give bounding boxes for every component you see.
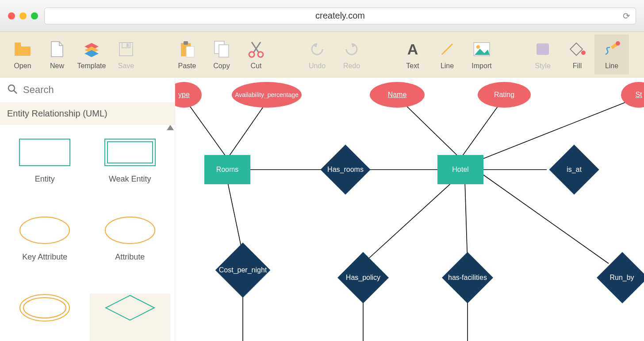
- svg-point-23: [20, 217, 69, 244]
- multivalued-attribute-shape-icon: [19, 294, 71, 322]
- open-label: Open: [14, 62, 31, 70]
- search-icon: [7, 84, 18, 96]
- address-bar[interactable]: creately.com ⟳: [44, 8, 636, 24]
- template-label: Template: [77, 62, 106, 70]
- shape-palette: Entity Weak Entity Key Attribute Attribu…: [0, 125, 175, 341]
- relationship-has-facilities[interactable]: has-facilities: [428, 257, 507, 298]
- svg-rect-6: [186, 46, 194, 57]
- shape-entity[interactable]: Entity: [4, 138, 85, 203]
- undo-button[interactable]: Undo: [300, 35, 334, 74]
- svg-point-16: [581, 50, 586, 55]
- line-style-label: Line: [605, 62, 618, 70]
- svg-rect-1: [119, 43, 133, 56]
- shape-relationship[interactable]: [90, 294, 171, 341]
- svg-point-18: [8, 85, 15, 91]
- search-row: [0, 78, 175, 102]
- sidebar: Entity Relationship (UML) Entity Weak En…: [0, 78, 175, 341]
- undo-label: Undo: [309, 62, 326, 70]
- scroll-up-icon[interactable]: [167, 125, 174, 130]
- svg-rect-22: [107, 142, 153, 163]
- entity-rooms[interactable]: Rooms: [204, 155, 250, 184]
- attribute-shape-icon: [104, 216, 156, 244]
- import-label: Import: [472, 62, 491, 70]
- fill-label: Fill: [573, 62, 582, 70]
- entity-hotel[interactable]: Hotel: [437, 155, 483, 184]
- attribute-rating[interactable]: Rating: [478, 82, 531, 108]
- cut-button[interactable]: Cut: [239, 35, 273, 74]
- line-tool-button[interactable]: Line: [430, 35, 464, 74]
- save-button[interactable]: Save: [109, 35, 143, 74]
- line-style-button[interactable]: Line: [594, 35, 629, 74]
- svg-point-9: [249, 52, 254, 57]
- paste-icon: [179, 39, 195, 59]
- shape-multivalued-attribute[interactable]: [4, 294, 85, 341]
- maximize-window-button[interactable]: [31, 12, 38, 19]
- copy-icon: [214, 39, 230, 59]
- svg-text:A: A: [407, 41, 418, 57]
- relationship-run-by[interactable]: Run_by: [586, 257, 644, 298]
- template-button[interactable]: Template: [74, 35, 109, 74]
- shape-label: Attribute: [115, 252, 145, 262]
- relationship-is-at[interactable]: is_at: [538, 150, 610, 189]
- shape-label: Entity: [35, 174, 55, 184]
- svg-rect-3: [126, 43, 129, 47]
- relationship-cost-per-night[interactable]: Cost_per_night: [199, 248, 286, 292]
- import-icon: [473, 39, 491, 59]
- svg-line-37: [465, 181, 468, 264]
- shape-key-attribute[interactable]: Key Attribute: [4, 216, 85, 281]
- undo-icon: [309, 39, 325, 59]
- svg-line-30: [227, 181, 243, 255]
- window-controls: [8, 12, 38, 19]
- paste-button[interactable]: Paste: [170, 35, 204, 74]
- browser-chrome: creately.com ⟳: [0, 0, 644, 32]
- line-tool-label: Line: [441, 62, 454, 70]
- connector-lines: [175, 78, 644, 341]
- save-icon: [119, 39, 134, 59]
- import-button[interactable]: Import: [464, 35, 499, 74]
- shape-label: Key Attribute: [22, 252, 67, 262]
- redo-label: Redo: [343, 62, 360, 70]
- main-area: Entity Relationship (UML) Entity Weak En…: [0, 78, 644, 341]
- svg-rect-20: [19, 139, 70, 166]
- folder-icon: [14, 39, 31, 59]
- save-label: Save: [118, 62, 134, 70]
- cut-label: Cut: [251, 62, 262, 70]
- search-input[interactable]: [23, 84, 168, 96]
- svg-line-36: [363, 181, 454, 264]
- minimize-window-button[interactable]: [19, 12, 27, 19]
- pencil-icon: [603, 39, 621, 59]
- new-button[interactable]: New: [40, 35, 74, 74]
- toolbar: Open New Template Save Paste: [0, 32, 644, 78]
- copy-button[interactable]: Copy: [204, 35, 239, 74]
- text-label: Text: [406, 62, 419, 70]
- copy-label: Copy: [213, 62, 230, 70]
- svg-line-12: [442, 44, 452, 54]
- fill-button[interactable]: Fill: [560, 35, 594, 74]
- shape-section-title[interactable]: Entity Relationship (UML): [0, 102, 175, 125]
- svg-point-24: [105, 217, 155, 244]
- text-icon: A: [405, 39, 420, 59]
- svg-line-28: [227, 102, 267, 159]
- text-tool-button[interactable]: A Text: [395, 35, 430, 74]
- shape-attribute[interactable]: Attribute: [90, 216, 171, 281]
- style-button[interactable]: Style: [525, 35, 560, 74]
- reload-icon[interactable]: ⟳: [623, 11, 630, 21]
- shape-weak-entity[interactable]: Weak Entity: [90, 138, 171, 203]
- fill-icon: [568, 39, 586, 59]
- diagram-canvas[interactable]: ype Availability_percentage Name Rating …: [175, 78, 644, 341]
- open-button[interactable]: Open: [5, 35, 40, 74]
- shape-label: Weak Entity: [109, 174, 151, 184]
- svg-rect-0: [15, 43, 21, 46]
- relationship-has-policy[interactable]: Has_policy: [325, 257, 402, 298]
- attribute-name[interactable]: Name: [370, 82, 425, 108]
- close-window-button[interactable]: [8, 12, 15, 19]
- svg-point-26: [23, 298, 66, 318]
- svg-point-10: [258, 52, 263, 57]
- relationship-has-rooms[interactable]: Has_rooms: [309, 150, 382, 189]
- svg-rect-21: [105, 139, 155, 166]
- redo-button[interactable]: Redo: [334, 35, 369, 74]
- attribute-availability[interactable]: Availability_percentage: [232, 82, 302, 108]
- line-icon: [439, 39, 455, 59]
- svg-rect-2: [122, 43, 130, 48]
- relationship-shape-icon: [104, 294, 156, 322]
